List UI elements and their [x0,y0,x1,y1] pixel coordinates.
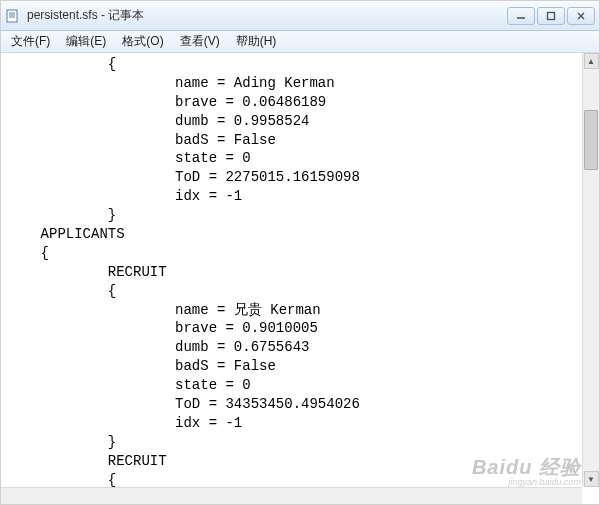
scroll-up-button[interactable]: ▲ [584,53,599,69]
maximize-button[interactable] [537,7,565,25]
menubar: 文件(F) 编辑(E) 格式(O) 查看(V) 帮助(H) [1,31,599,53]
menu-format[interactable]: 格式(O) [114,31,171,52]
text-editor[interactable]: { name = Ading Kerman brave = 0.06486189… [1,53,599,504]
close-button[interactable] [567,7,595,25]
scroll-down-button[interactable]: ▼ [584,471,599,487]
minimize-button[interactable] [507,7,535,25]
menu-help[interactable]: 帮助(H) [228,31,285,52]
window-controls [507,7,595,25]
svg-rect-0 [7,10,17,22]
menu-edit[interactable]: 编辑(E) [58,31,114,52]
editor-content[interactable]: { name = Ading Kerman brave = 0.06486189… [1,53,599,504]
scroll-track[interactable] [584,70,598,470]
titlebar: persistent.sfs - 记事本 [1,1,599,31]
window-title: persistent.sfs - 记事本 [27,7,507,24]
menu-file[interactable]: 文件(F) [3,31,58,52]
scroll-thumb[interactable] [584,110,598,170]
svg-rect-5 [548,12,555,19]
notepad-icon [5,8,21,24]
horizontal-scrollbar[interactable] [1,487,582,504]
menu-view[interactable]: 查看(V) [172,31,228,52]
vertical-scrollbar[interactable]: ▲ ▼ [582,53,599,487]
